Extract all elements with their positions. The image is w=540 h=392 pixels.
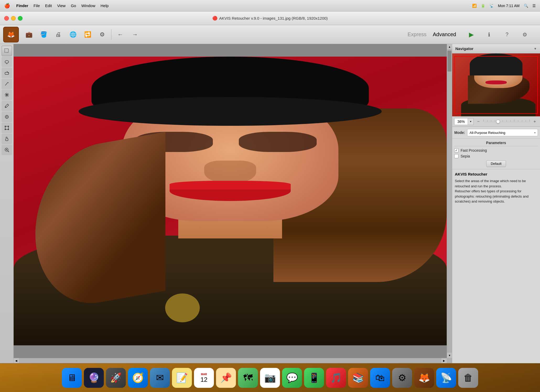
- dock-item-appstore[interactable]: 🛍: [370, 368, 390, 388]
- canvas-area[interactable]: ▲ ▼ ◀ ▶: [14, 44, 452, 363]
- close-button[interactable]: [4, 16, 9, 21]
- svg-rect-15: [5, 126, 6, 127]
- zoom-plus-button[interactable]: +: [532, 118, 538, 125]
- info-button[interactable]: ℹ: [483, 29, 495, 40]
- dock-item-airdrop[interactable]: 📡: [436, 368, 456, 388]
- dock-item-books[interactable]: 📚: [348, 368, 368, 388]
- facetime-icon: 📱: [308, 372, 320, 383]
- menu-help[interactable]: Help: [101, 3, 109, 8]
- toolbar-globe-icon[interactable]: 🌐: [66, 28, 80, 41]
- dock-item-music[interactable]: 🎵: [326, 368, 346, 388]
- dock-item-messages[interactable]: 💬: [282, 368, 302, 388]
- menu-edit[interactable]: Edit: [45, 3, 52, 8]
- hand-tool[interactable]: [2, 134, 12, 144]
- dock-item-notes[interactable]: 📝: [172, 368, 192, 388]
- zoom-minus-button[interactable]: −: [475, 118, 482, 125]
- minimize-button[interactable]: [11, 16, 16, 21]
- horizontal-scrollbar[interactable]: ◀ ▶: [14, 358, 447, 363]
- scroll-up-button[interactable]: ▲: [447, 44, 452, 49]
- apple-menu[interactable]: 🍎: [4, 3, 10, 9]
- pencil-tool[interactable]: [2, 79, 12, 89]
- zoom-slider-thumb[interactable]: [496, 120, 500, 123]
- zoom-dropdown-button[interactable]: ▾: [468, 118, 474, 125]
- dock-item-finder[interactable]: 🖥: [62, 368, 82, 388]
- dock-item-akvis[interactable]: 🦊: [414, 368, 434, 388]
- toolbar-briefcase-icon[interactable]: 💼: [22, 28, 36, 41]
- toolbar-layers-icon[interactable]: 🔁: [81, 28, 94, 41]
- menubar-list-icon[interactable]: ☰: [532, 4, 536, 8]
- scroll-down-button[interactable]: ▼: [447, 353, 452, 358]
- dock-item-calendar[interactable]: MAR 12: [194, 368, 214, 388]
- trash-icon: 🗑: [463, 372, 473, 383]
- dock-item-safari[interactable]: 🧭: [128, 368, 148, 388]
- maximize-button[interactable]: [18, 16, 23, 21]
- toolbar-back-icon[interactable]: ←: [114, 28, 127, 41]
- scroll-right-button[interactable]: ▶: [441, 358, 447, 363]
- advanced-mode-button[interactable]: Advanced: [430, 30, 459, 39]
- transform-tool[interactable]: [2, 123, 12, 133]
- eraser-tool[interactable]: [2, 68, 12, 78]
- dock-item-photos[interactable]: 📷: [260, 368, 280, 388]
- window-controls: [4, 16, 23, 21]
- zoom-controls: ▾ −: [452, 116, 540, 127]
- vertical-scrollbar[interactable]: ▲ ▼: [447, 44, 452, 358]
- selection-tool[interactable]: [2, 46, 12, 56]
- zoom-value-box[interactable]: ▾: [454, 118, 474, 125]
- scroll-left-button[interactable]: ◀: [14, 358, 19, 363]
- dock-item-trash[interactable]: 🗑: [458, 368, 478, 388]
- dock-item-mail[interactable]: ✉: [150, 368, 170, 388]
- notes-icon: 📝: [176, 372, 188, 383]
- toolbar-palette-icon[interactable]: 🪣: [37, 28, 50, 41]
- fast-processing-row: ✓ Fast Processing: [454, 148, 538, 153]
- svg-line-5: [5, 82, 8, 85]
- dock-item-preferences[interactable]: ⚙: [392, 368, 412, 388]
- dock-item-siri[interactable]: 🔮: [84, 368, 104, 388]
- navigator-collapse-button[interactable]: ▼: [534, 47, 537, 51]
- express-mode-button[interactable]: Express: [404, 30, 430, 39]
- toolbar-logo[interactable]: 🦊: [3, 27, 19, 42]
- titlebar: 🔴 AKVIS Retoucher v.9.0 - images_131.jpg…: [0, 12, 540, 25]
- help-button[interactable]: ?: [501, 29, 513, 40]
- toolbar-separator-1: [111, 29, 111, 40]
- menubar-search-icon[interactable]: 🔍: [524, 4, 528, 8]
- finder-icon: 🖥: [67, 372, 77, 383]
- tools-panel: [0, 44, 14, 363]
- photos-icon: 📷: [264, 372, 276, 383]
- sepia-checkbox[interactable]: [454, 154, 458, 158]
- menu-view[interactable]: View: [57, 3, 66, 8]
- parameters-section: Parameters ✓ Fast Processing Sepia Defau…: [452, 139, 540, 169]
- dock-item-launchpad[interactable]: 🚀: [106, 368, 126, 388]
- svg-point-1: [5, 61, 9, 63]
- default-button[interactable]: Default: [486, 160, 506, 167]
- fast-processing-checkbox[interactable]: ✓: [454, 148, 458, 153]
- zoom-tool[interactable]: [2, 145, 12, 155]
- svg-rect-18: [8, 129, 9, 130]
- settings-button[interactable]: ⚙: [519, 29, 531, 40]
- run-button[interactable]: ▶: [466, 29, 477, 40]
- nav-lips: [485, 80, 506, 84]
- dock-item-facetime[interactable]: 📱: [304, 368, 324, 388]
- toolbar-forward-icon[interactable]: →: [128, 28, 142, 41]
- fast-processing-label: Fast Processing: [461, 148, 487, 153]
- preferences-icon: ⚙: [398, 372, 406, 383]
- menu-finder[interactable]: Finder: [16, 3, 28, 8]
- maps-icon: 🗺: [243, 372, 253, 383]
- zoom-input[interactable]: [454, 118, 468, 125]
- sepia-row: Sepia: [454, 154, 538, 158]
- dock-item-stickies[interactable]: 📌: [216, 368, 236, 388]
- scroll-thumb-v[interactable]: [447, 51, 451, 72]
- mode-section: Mode: All-Purpose Retouching ▾: [452, 127, 540, 139]
- clone-stamp-tool[interactable]: [2, 112, 12, 122]
- toolbar-gear-icon[interactable]: ⚙: [95, 28, 109, 41]
- eyedropper-tool[interactable]: [2, 101, 12, 111]
- menu-go[interactable]: Go: [71, 3, 76, 8]
- dock: 🖥 🔮 🚀 🧭 ✉ 📝 MAR 12 📌 🗺 📷 💬 📱 🎵 📚: [0, 363, 540, 392]
- dock-item-maps[interactable]: 🗺: [238, 368, 258, 388]
- menu-file[interactable]: File: [34, 3, 40, 8]
- menu-window[interactable]: Window: [81, 3, 95, 8]
- scroll-track-v[interactable]: [447, 49, 452, 353]
- toolbar-printer-icon[interactable]: 🖨: [51, 28, 65, 41]
- lasso-tool[interactable]: [2, 57, 12, 67]
- mode-dropdown[interactable]: All-Purpose Retouching ▾: [467, 129, 538, 136]
- star-tool[interactable]: [2, 90, 12, 100]
